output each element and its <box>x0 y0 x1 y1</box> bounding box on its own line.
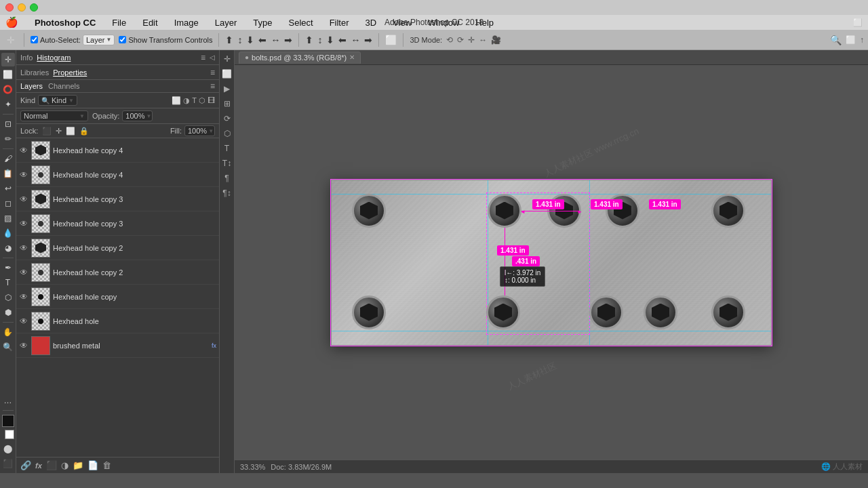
opacity-input[interactable]: 100% ▼ <box>122 110 153 121</box>
layer-visibility-toggle[interactable]: 👁 <box>19 292 28 302</box>
dist-vcenter-icon[interactable]: ↕ <box>317 35 322 45</box>
brush-tool[interactable]: 🖌 <box>1 152 15 165</box>
layer-item[interactable]: 👁 Hexhead hole copy 3 <box>16 211 219 236</box>
auto-select-checkbox[interactable] <box>31 36 38 43</box>
bolt-9[interactable] <box>644 296 677 329</box>
layer-item[interactable]: 👁 Hexhead hole copy 4 <box>16 163 219 187</box>
align-bottom-icon[interactable]: ⬇ <box>246 35 254 45</box>
play-icon[interactable]: ▶ <box>221 83 233 95</box>
path-tool[interactable]: ⬡ <box>1 291 15 304</box>
panel-menu-icon2[interactable]: ≡ <box>210 68 215 77</box>
hand-tool[interactable]: ✋ <box>1 325 15 339</box>
tab-channels[interactable]: Channels <box>48 82 79 90</box>
app-name[interactable]: Photoshop CC <box>32 18 98 28</box>
stamp-tool[interactable]: 📋 <box>1 167 15 180</box>
layers-menu-icon[interactable]: ≡ <box>210 81 215 91</box>
lock-artboard-icon[interactable]: ⬜ <box>66 127 75 136</box>
pen-tool[interactable]: ✒ <box>1 261 15 274</box>
dist-right-icon[interactable]: ➡ <box>364 35 372 45</box>
text-tool[interactable]: T <box>1 276 15 289</box>
3d-btn1[interactable]: ⟲ <box>446 35 453 45</box>
gradient-tool[interactable]: ▧ <box>1 211 15 225</box>
link-icon[interactable]: 🔗 <box>20 460 31 470</box>
panel-menu-icon[interactable]: ≡ <box>201 53 205 62</box>
blend-mode-dropdown[interactable]: Normal ▼ <box>20 110 88 121</box>
quick-mask[interactable]: ⬤ <box>1 442 15 455</box>
bolt-5[interactable] <box>711 194 745 228</box>
3d-btn2[interactable]: ⟳ <box>457 35 464 45</box>
3d-btn3[interactable]: ✛ <box>468 35 475 45</box>
layer-item[interactable]: 👁 Hexhead hole copy 2 <box>16 260 219 285</box>
bolt-10[interactable] <box>711 296 745 329</box>
maximize-button[interactable] <box>30 3 38 12</box>
move-tool-options[interactable]: ✛ <box>4 33 18 47</box>
eyedropper-tool[interactable]: ✏ <box>1 132 15 146</box>
zoom-tool[interactable]: 🔍 <box>1 340 15 354</box>
layer-visibility-toggle[interactable]: 👁 <box>19 243 28 253</box>
layer-visibility-toggle[interactable]: 👁 <box>19 219 28 228</box>
delete-layer-icon[interactable]: 🗑 <box>102 460 111 470</box>
fx-icon[interactable]: fx <box>35 462 42 470</box>
share-icon[interactable]: ↑ <box>860 35 864 45</box>
minimize-button[interactable] <box>18 3 26 12</box>
paragraph-icon[interactable]: ¶ <box>221 172 233 184</box>
dist-left-icon[interactable]: ⬅ <box>338 35 347 45</box>
dist-top-icon[interactable]: ⬆ <box>305 35 313 45</box>
layer-item-brushed[interactable]: 👁 brushed metal fx <box>16 333 219 358</box>
dist-extra-icon[interactable]: ⬜ <box>385 35 397 45</box>
tab-properties[interactable]: Properties <box>53 68 87 77</box>
screen-mode[interactable]: ⬛ <box>1 457 15 470</box>
layer-item[interactable]: 👁 Hexhead hole copy <box>16 285 219 309</box>
screen-mode-icon[interactable]: ⬜ <box>846 35 856 45</box>
layer-visibility-toggle[interactable]: 👁 <box>19 170 28 180</box>
bolt-6[interactable] <box>352 296 386 329</box>
paragraph2-icon[interactable]: ¶↕ <box>221 187 233 199</box>
history-tool[interactable]: ↩ <box>1 182 15 195</box>
foreground-color[interactable] <box>2 415 14 427</box>
lock-position-icon[interactable]: ✛ <box>56 127 62 136</box>
fill-input[interactable]: 100% ▼ <box>184 125 215 136</box>
apple-menu[interactable]: 🍎 <box>5 16 18 28</box>
rotate-icon[interactable]: ⟳ <box>221 113 233 125</box>
menu-layer[interactable]: Layer <box>212 18 240 28</box>
align-right-icon[interactable]: ➡ <box>284 35 292 45</box>
bolt-1[interactable] <box>352 194 386 228</box>
tab-close-button[interactable]: ✕ <box>349 54 355 61</box>
show-transform-checkbox[interactable] <box>119 36 126 43</box>
kind-dropdown[interactable]: 🔍 Kind ▼ <box>38 95 77 106</box>
select-tool[interactable]: ⬜ <box>1 68 15 81</box>
filter-pixel-icon[interactable]: ⬜ <box>172 96 181 105</box>
background-color[interactable] <box>5 430 14 439</box>
canvas-tab[interactable]: ● bolts.psd @ 33.3% (RGB/8*) ✕ <box>239 52 361 64</box>
move-tool[interactable]: ✛ <box>1 53 15 66</box>
menu-filter[interactable]: Filter <box>327 18 352 28</box>
text-style-icon[interactable]: T <box>221 142 233 155</box>
layer-dropdown[interactable]: Layer ▼ <box>83 35 115 45</box>
dist-hcenter-icon[interactable]: ↔ <box>351 35 360 45</box>
eraser-tool[interactable]: ◻ <box>1 197 15 210</box>
layer-item[interactable]: 👁 Hexhead hole copy 3 <box>16 187 219 211</box>
group-icon[interactable]: 📁 <box>73 460 83 470</box>
artboard-icon[interactable]: ⬜ <box>221 68 233 80</box>
new-layer-icon[interactable]: 📄 <box>87 460 98 470</box>
extra-tools[interactable]: … <box>1 394 15 407</box>
layer-visibility-toggle[interactable]: 👁 <box>19 317 28 326</box>
lock-all-icon[interactable]: 🔒 <box>79 127 89 136</box>
adjustment-icon[interactable]: ◑ <box>61 460 68 470</box>
grid2-icon[interactable]: ⬡ <box>221 127 233 140</box>
align-hcenter-icon[interactable]: ↔ <box>271 35 280 45</box>
3d-btn4[interactable]: ↔ <box>479 35 487 45</box>
collapse-icon[interactable]: ◁ <box>210 54 215 61</box>
lock-pixels-icon[interactable]: ⬛ <box>42 127 52 136</box>
dodge-tool[interactable]: ◕ <box>1 241 15 255</box>
3d-btn5[interactable]: 🎥 <box>491 35 501 45</box>
dist-bottom-icon[interactable]: ⬇ <box>326 35 334 45</box>
move-icon[interactable]: ✛ <box>221 53 233 65</box>
align-vcenter-icon[interactable]: ↕ <box>237 35 242 45</box>
layer-visibility-toggle[interactable]: 👁 <box>19 146 28 155</box>
photoshop-canvas[interactable]: ◄ ► 1.431 in 1.431 in 1.431 in 1.431 in … <box>331 180 772 346</box>
bolt-2[interactable] <box>488 194 521 228</box>
close-button[interactable] <box>5 3 14 12</box>
bolt-3[interactable] <box>547 194 581 228</box>
lasso-tool[interactable]: ⭕ <box>1 83 15 96</box>
